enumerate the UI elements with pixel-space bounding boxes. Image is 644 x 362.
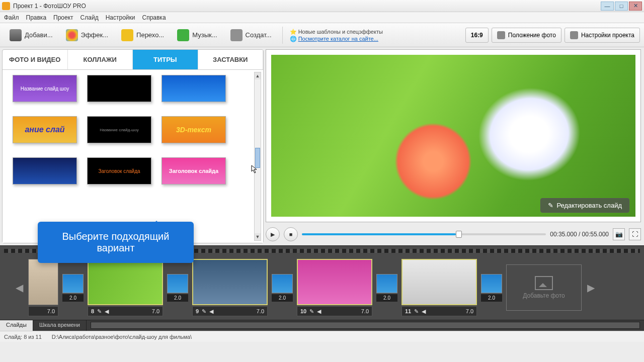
- slide-card[interactable]: 10✎◀7.0: [297, 259, 372, 316]
- status-slide-count: Слайд: 8 из 11: [4, 334, 42, 340]
- photo-position-button[interactable]: Положение фото: [492, 28, 561, 43]
- menu-help[interactable]: Справка: [142, 14, 166, 21]
- timeline-next[interactable]: ▶: [586, 264, 596, 311]
- transition-chip[interactable]: 2.0: [481, 274, 502, 302]
- edit-icon[interactable]: ✎: [309, 308, 314, 315]
- add-button[interactable]: Добави...: [4, 26, 58, 45]
- scroll-up-icon[interactable]: ▲: [255, 72, 261, 79]
- menu-settings[interactable]: Настройки: [106, 14, 135, 21]
- separator: [282, 27, 283, 44]
- play-button[interactable]: ▶: [266, 227, 280, 241]
- slide-card[interactable]: 8✎◀7.0: [88, 259, 163, 316]
- tab-photo-video[interactable]: ФОТО И ВИДЕО: [3, 50, 68, 69]
- transition-chip[interactable]: 2.0: [272, 274, 293, 302]
- notice-templates: Новые шаблоны и спецэффекты: [298, 29, 383, 35]
- project-settings-button[interactable]: Настройки проекта: [565, 28, 640, 43]
- title-template[interactable]: [87, 75, 151, 102]
- transition-icon: [376, 274, 397, 293]
- slide-thumb[interactable]: [192, 259, 268, 305]
- transition-chip[interactable]: 2.0: [62, 274, 84, 302]
- transition-chip[interactable]: 2.0: [376, 274, 397, 302]
- snapshot-button[interactable]: 📷: [613, 228, 625, 240]
- sound-icon[interactable]: ◀: [317, 308, 321, 315]
- pencil-icon: ✎: [548, 202, 553, 209]
- slide-number: 8: [91, 308, 94, 314]
- create-button[interactable]: Создат...: [225, 26, 277, 45]
- seek-knob[interactable]: [456, 231, 462, 238]
- statusbar: Слайд: 8 из 11 D:\Алиса\работа\разное\фо…: [0, 331, 644, 342]
- stop-button[interactable]: ■: [284, 227, 298, 241]
- effects-button[interactable]: Эффек...: [60, 26, 114, 45]
- seek-progress: [302, 233, 456, 235]
- tab-collages[interactable]: КОЛЛАЖИ: [68, 50, 133, 69]
- tab-splash[interactable]: ЗАСТАВКИ: [198, 50, 264, 69]
- slide-duration: 7.0: [466, 308, 473, 314]
- transition-icon: [481, 274, 502, 293]
- music-button[interactable]: Музык...: [172, 26, 222, 45]
- close-button[interactable]: ✕: [629, 2, 642, 11]
- app-icon: [2, 2, 10, 10]
- slide-thumb[interactable]: [297, 259, 372, 305]
- menu-project[interactable]: Проект: [53, 14, 73, 21]
- timeline-tab-slides[interactable]: Слайды: [0, 320, 33, 331]
- sound-icon[interactable]: ◀: [105, 308, 109, 315]
- transition-icon: [272, 274, 293, 293]
- slide-duration: 7.0: [361, 308, 369, 314]
- transitions-button[interactable]: Перехо...: [116, 26, 170, 45]
- scroll-down-icon[interactable]: ▼: [255, 233, 261, 240]
- transition-chip[interactable]: 2.0: [167, 274, 188, 302]
- title-template[interactable]: Название слайд шоу: [13, 75, 77, 102]
- slide-duration: 7.0: [152, 308, 159, 314]
- fullscreen-button[interactable]: ⛶: [629, 228, 641, 240]
- slide-card[interactable]: 11✎◀7.0: [401, 259, 477, 316]
- timeline-tab-timeline[interactable]: Шкала времени: [33, 320, 87, 331]
- title-templates-grid: Название слайд шоу ание слай Название сл…: [3, 70, 263, 243]
- music-icon: [177, 29, 189, 41]
- transition-icon: [62, 274, 84, 293]
- menu-edit[interactable]: Правка: [26, 14, 47, 21]
- slide-number: 9: [196, 308, 199, 314]
- edit-icon[interactable]: ✎: [97, 308, 102, 315]
- title-template[interactable]: Заголовок слайда: [87, 157, 151, 185]
- main-toolbar: Добави... Эффек... Перехо... Музык... Со…: [0, 23, 644, 47]
- maximize-button[interactable]: □: [615, 2, 628, 11]
- catalog-link[interactable]: Посмотрите каталог на сайте...: [298, 36, 378, 42]
- sound-icon[interactable]: ◀: [209, 308, 213, 315]
- edit-slide-button[interactable]: ✎Редактировать слайд: [540, 198, 629, 213]
- templates-panel: ФОТО И ВИДЕО КОЛЛАЖИ ТИТРЫ ЗАСТАВКИ Назв…: [2, 49, 264, 243]
- palette-icon: [66, 29, 78, 41]
- title-template[interactable]: [13, 157, 77, 185]
- slide-duration: 7.0: [257, 308, 264, 314]
- preview-image: [271, 55, 635, 217]
- edit-icon[interactable]: ✎: [202, 308, 206, 315]
- aspect-ratio-button[interactable]: 16:9: [465, 28, 489, 43]
- title-template[interactable]: 3D-текст: [162, 116, 226, 143]
- menubar: Файл Правка Проект Слайд Настройки Справ…: [0, 12, 644, 23]
- seek-track[interactable]: [302, 233, 546, 235]
- title-template[interactable]: Заголовок слайда: [162, 157, 226, 185]
- edit-icon[interactable]: ✎: [414, 308, 419, 315]
- slide-thumb[interactable]: [401, 259, 477, 305]
- slide-card[interactable]: 9✎◀7.0: [192, 259, 268, 316]
- title-template[interactable]: ание слай: [13, 116, 77, 143]
- slide-thumb[interactable]: [88, 259, 163, 305]
- notices: ⭐ Новые шаблоны и спецэффекты 🌐 Посмотри…: [290, 28, 383, 42]
- player-controls: ▶ ■ 00:35.000 / 00:55.000 📷 ⛶: [266, 225, 641, 243]
- menu-file[interactable]: Файл: [4, 14, 19, 21]
- slide-thumb-partial[interactable]: [28, 259, 58, 305]
- title-template[interactable]: [162, 75, 226, 102]
- minimize-button[interactable]: —: [601, 2, 614, 11]
- scrollbar-handle[interactable]: [255, 148, 260, 168]
- add-photo-placeholder[interactable]: Добавьте фото: [506, 264, 582, 311]
- slide-number: 10: [300, 308, 306, 314]
- timeline-prev[interactable]: ◀: [14, 264, 24, 311]
- photo-icon: [497, 31, 505, 39]
- menu-slide[interactable]: Слайд: [80, 14, 99, 21]
- timeline-hscrollbar[interactable]: [91, 322, 640, 329]
- tab-titles[interactable]: ТИТРЫ: [133, 50, 198, 69]
- sound-icon[interactable]: ◀: [422, 308, 426, 315]
- templates-scrollbar[interactable]: ▲ ▼: [254, 72, 261, 241]
- title-template[interactable]: Название слайд-шоу: [87, 116, 151, 143]
- star-icon: [121, 29, 133, 41]
- gear-icon: [570, 31, 578, 39]
